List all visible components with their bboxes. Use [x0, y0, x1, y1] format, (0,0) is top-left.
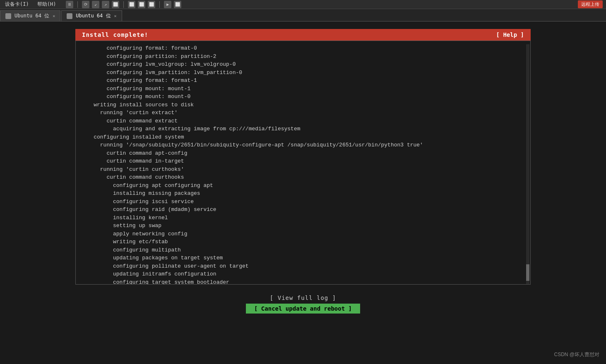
tab-ubuntu-1[interactable]: Ubuntu 64 位 ✕ — [0, 10, 60, 21]
tab-close-1[interactable]: ✕ — [53, 14, 55, 18]
install-header: Install complete! [ Help ] — [75, 29, 531, 41]
tab-label-1: Ubuntu 64 位 — [14, 12, 49, 19]
window-icon[interactable]: ⬜ — [148, 1, 155, 8]
header-title: Install complete! — [82, 31, 148, 38]
tab-label-2: Ubuntu 64 位 — [76, 12, 111, 19]
toolbar-menu: 设备卡(I) 帮助(H) — [3, 0, 58, 9]
buttons-area: [ View full log ] [ Cancel update and re… — [246, 295, 360, 314]
scrollbar[interactable] — [526, 44, 529, 284]
tab-icon-2 — [67, 13, 72, 19]
download-icon[interactable]: ↙ — [92, 1, 99, 8]
menu-device[interactable]: 设备卡(I) — [3, 0, 31, 9]
upload-icon[interactable]: ↗ — [102, 1, 109, 8]
screenshot-icon[interactable]: ⬜ — [112, 1, 119, 8]
pause-icon[interactable]: ⏸ — [66, 1, 73, 8]
settings-icon[interactable]: ⬜ — [174, 1, 181, 8]
toolbar-icons: ⏸ ⟳ ↙ ↗ ⬜ ⬜ ⬜ ⬜ ▶ ⬜ — [66, 1, 181, 8]
menu-help[interactable]: 帮助(H) — [36, 0, 58, 9]
watermark: CSDN @坏人曹怼对 — [554, 351, 599, 358]
cancel-reboot-button[interactable]: [ Cancel update and reboot ] — [246, 304, 360, 314]
terminal-body[interactable]: configuring format: format-0 configuring… — [75, 41, 531, 285]
remote-upload-button[interactable]: 远程上传 — [578, 0, 603, 8]
terminal-output: configuring format: format-0 configuring… — [81, 44, 525, 285]
fit-icon[interactable]: ⬜ — [128, 1, 135, 8]
play-icon[interactable]: ▶ — [164, 1, 171, 8]
header-help[interactable]: [ Help ] — [496, 31, 524, 38]
tab-ubuntu-2[interactable]: Ubuntu 64 位 ✕ — [61, 10, 122, 21]
tab-close-2[interactable]: ✕ — [114, 14, 117, 18]
toolbar: 设备卡(I) 帮助(H) ⏸ ⟳ ↙ ↗ ⬜ ⬜ ⬜ ⬜ ▶ ⬜ 远程上传 — [0, 0, 606, 9]
view-log-button[interactable]: [ View full log ] — [270, 295, 336, 301]
refresh-icon[interactable]: ⟳ — [82, 1, 89, 8]
tabbar: Ubuntu 64 位 ✕ Ubuntu 64 位 ✕ — [0, 9, 606, 22]
terminal-wrapper: Install complete! [ Help ] configuring f… — [75, 29, 531, 285]
main-content: Install complete! [ Help ] configuring f… — [0, 22, 606, 364]
toolbar-right: 远程上传 — [578, 0, 603, 9]
fullscreen-icon[interactable]: ⬜ — [138, 1, 145, 8]
scrollbar-thumb[interactable] — [526, 264, 529, 281]
tab-icon-1 — [5, 13, 11, 19]
